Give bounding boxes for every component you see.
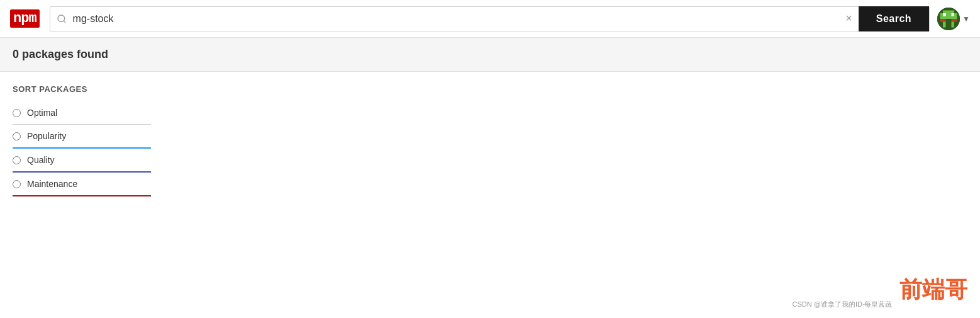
sort-label: Sort Packages <box>13 84 151 94</box>
svg-rect-10 <box>952 21 955 27</box>
sort-popularity-radio[interactable] <box>13 132 21 140</box>
svg-rect-6 <box>952 13 955 16</box>
search-icon <box>50 14 73 24</box>
results-count: 0 packages found <box>13 48 108 60</box>
svg-line-1 <box>64 21 65 23</box>
header: npm × Search <box>0 0 980 38</box>
sort-optimal-radio[interactable] <box>13 109 21 117</box>
results-header: 0 packages found <box>0 38 980 72</box>
sort-option-quality[interactable]: Quality <box>13 149 151 173</box>
sort-maintenance-radio[interactable] <box>13 180 21 188</box>
npm-logo: npm <box>10 11 40 26</box>
svg-rect-11 <box>946 19 952 22</box>
sort-options: Optimal Popularity Quality Maintenance <box>13 101 151 196</box>
svg-rect-9 <box>943 21 946 27</box>
search-form: × Search <box>50 6 930 31</box>
avatar-dropdown-arrow: ▼ <box>962 14 970 23</box>
svg-rect-4 <box>940 13 957 19</box>
sort-option-maintenance[interactable]: Maintenance <box>13 173 151 196</box>
avatar <box>937 8 960 30</box>
sort-maintenance-label[interactable]: Maintenance <box>27 179 77 189</box>
search-input[interactable] <box>73 13 840 25</box>
sort-optimal-label[interactable]: Optimal <box>27 108 57 118</box>
svg-point-0 <box>58 15 65 22</box>
svg-rect-3 <box>943 10 954 13</box>
sort-option-optimal[interactable]: Optimal <box>13 101 151 125</box>
main-content: Sort Packages Optimal Popularity Quality… <box>0 72 980 209</box>
sidebar: Sort Packages Optimal Popularity Quality… <box>13 84 151 196</box>
avatar-wrapper[interactable]: ▼ <box>937 8 970 30</box>
clear-button[interactable]: × <box>839 12 859 25</box>
sort-popularity-label[interactable]: Popularity <box>27 131 66 141</box>
sort-option-popularity[interactable]: Popularity <box>13 125 151 149</box>
sort-quality-label[interactable]: Quality <box>27 155 55 165</box>
sort-quality-radio[interactable] <box>13 156 21 164</box>
svg-rect-7 <box>943 13 946 16</box>
search-button[interactable]: Search <box>859 6 929 31</box>
